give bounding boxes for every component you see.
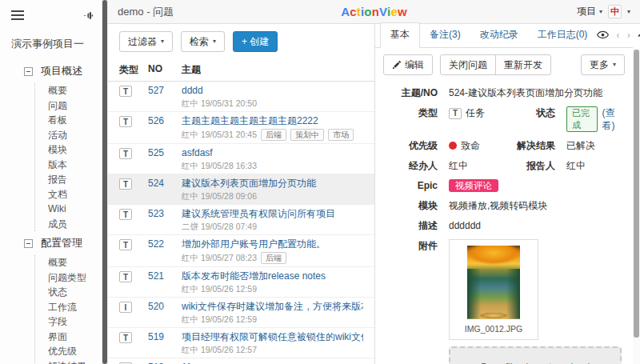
detail-scrollbar[interactable] <box>633 48 640 364</box>
issue-title-link[interactable]: dddd <box>182 85 363 97</box>
issue-meta: 红中 19/05/26 12:59 <box>182 314 363 325</box>
create-button[interactable]: + 创建 <box>233 31 278 52</box>
issue-no-link[interactable]: 519 <box>148 331 182 343</box>
issue-title-link[interactable]: 建议系统管理员有权限访问所有项目 <box>182 208 363 220</box>
tab-comments[interactable]: 备注(3) <box>420 23 470 47</box>
user-avatar[interactable]: 中 <box>608 5 622 18</box>
sidebar-item-overview[interactable]: 概要 <box>35 83 102 98</box>
issue-type-badge: T <box>449 108 462 119</box>
sidebar-item-wiki[interactable]: Wiki <box>35 202 102 217</box>
filter-button[interactable]: 过滤器▾ <box>119 31 173 52</box>
issue-title-link[interactable]: 项目经理有权限可解锁任意被锁住的wiki文件 <box>182 331 363 343</box>
issue-title-link[interactable]: 建议版本列表页面增加分页功能 <box>182 178 363 190</box>
tab-history[interactable]: 改动纪录 <box>470 23 528 47</box>
view-workflow-link[interactable]: (查看) <box>602 106 622 132</box>
issue-title-link[interactable]: wiki文件保存时建议增加备注，方便将来版本查看 <box>182 301 363 313</box>
sidebar-item-reports[interactable]: 报告 <box>35 172 102 187</box>
edit-button[interactable]: 编辑 <box>383 54 433 75</box>
issue-title-link[interactable]: asfdasf <box>182 147 363 159</box>
pencil-icon <box>392 61 401 70</box>
sidebar-item-issue-types[interactable]: 问题类型 <box>35 270 102 286</box>
issue-no-link[interactable]: 520 <box>148 301 182 313</box>
issue-row[interactable]: B 518 11 红中 19/05/25 09:02市场rrrr <box>108 358 374 364</box>
detail-scrollbar-thumb[interactable] <box>634 50 639 338</box>
issue-title-link[interactable]: 版本发布时能否增加release notes <box>182 270 363 282</box>
sidebar-item-modules[interactable]: 模块 <box>35 142 102 158</box>
issue-row[interactable]: T 521 版本发布时能否增加release notes 红中 19/05/26… <box>108 267 374 298</box>
logo-letter: A <box>341 5 350 18</box>
sidebar-item-config-overview[interactable]: 概要 <box>35 255 102 270</box>
issue-row-selected[interactable]: T 524 建议版本列表页面增加分页功能 红中 19/05/28 09:06 <box>108 174 374 205</box>
issue-meta: 红中 19/05/28 16:33 <box>182 161 363 171</box>
issue-row[interactable]: T 523 建议系统管理员有权限访问所有项目 二饼 19/05/28 07:49 <box>108 205 374 235</box>
reporter-label: 报告人 <box>504 159 566 172</box>
issue-row[interactable]: T 526 主题主题主题主题主题主题2222 红中 19/05/31 20:45… <box>108 112 374 144</box>
issue-title-link[interactable]: 主题主题主题主题主题主题2222 <box>182 115 363 127</box>
issue-row[interactable]: T 525 asfdasf 红中 19/05/28 16:33 <box>108 144 374 174</box>
prev-issue-icon[interactable]: ‹ <box>616 30 619 40</box>
sidebar-item-documents[interactable]: 文档 <box>35 187 102 202</box>
issue-row[interactable]: I 520 wiki文件保存时建议增加备注，方便将来版本查看 红中 19/05/… <box>108 298 374 328</box>
column-type: 类型 <box>119 63 148 77</box>
issue-meta: 二饼 19/05/28 07:49 <box>182 222 363 232</box>
section-header-config[interactable]: 配置管理 <box>0 231 102 255</box>
sidebar-item-workflows[interactable]: 工作流 <box>35 300 102 315</box>
sidebar-item-priorities[interactable]: 优先级 <box>35 344 102 359</box>
sidebar-item-states[interactable]: 状态 <box>35 285 102 300</box>
tab-worklog[interactable]: 工作日志(0) <box>528 23 598 47</box>
more-button[interactable]: 更多▾ <box>581 54 625 75</box>
issue-meta: 红中 19/05/28 09:06 <box>182 191 363 202</box>
more-button-label: 更多 <box>590 58 609 72</box>
project-name: 演示事例项目一 <box>0 30 102 59</box>
detail-actions: 编辑 关闭问题 重新开发 更多▾ <box>375 48 633 82</box>
column-no: NO <box>148 63 182 77</box>
issue-meta: 红中 19/05/27 08:23后端 <box>182 252 363 264</box>
issue-type-badge: T <box>119 178 132 190</box>
sidebar-item-screens[interactable]: 界面 <box>35 330 102 345</box>
project-menu[interactable]: 项目▾ <box>577 5 602 18</box>
section-header-project-overview[interactable]: 项目概述 <box>0 59 102 83</box>
issue-row[interactable]: T 527 dddd 红中 19/05/31 20:50 <box>108 82 374 112</box>
issue-no-link[interactable]: 521 <box>148 270 182 282</box>
sidebar-item-members[interactable]: 成员 <box>35 217 102 232</box>
sidebar-item-activity[interactable]: 活动 <box>35 128 102 143</box>
type-label: 类型 <box>386 106 449 119</box>
tab-basic[interactable]: 基本 <box>380 22 420 48</box>
attachment-card[interactable]: IMG_0012.JPG <box>449 239 538 340</box>
watch-eye-icon[interactable] <box>597 30 609 39</box>
issue-type-badge: T <box>119 332 132 343</box>
issue-no-link[interactable]: 527 <box>148 85 182 97</box>
user-menu-caret-icon[interactable]: ▾ <box>627 9 630 15</box>
issue-title-link[interactable]: 增加外部用户账号用户配置功能。 <box>182 238 363 250</box>
issue-no-link[interactable]: 523 <box>148 208 182 220</box>
logo-letter: n <box>372 5 379 18</box>
project-menu-label: 项目 <box>577 5 596 18</box>
sidebar-item-kanban[interactable]: 看板 <box>35 113 102 128</box>
pin-sidebar-icon[interactable] <box>83 10 94 21</box>
close-issue-button[interactable]: 关闭问题 <box>440 54 496 75</box>
issue-no-link[interactable]: 524 <box>148 178 182 190</box>
attachment-thumbnail-image[interactable] <box>467 246 520 319</box>
assignee-value: 红中 <box>449 159 504 172</box>
sidebar-item-resolutions[interactable]: 解决结果 <box>35 359 102 364</box>
menu-toggle-icon[interactable] <box>11 8 24 22</box>
issue-no-link[interactable]: 522 <box>148 238 182 250</box>
label-tag: 市场 <box>328 129 354 141</box>
caret-down-icon: ▾ <box>613 62 616 68</box>
sidebar-item-issues[interactable]: 问题 <box>35 98 102 114</box>
issue-no-link[interactable]: 526 <box>148 115 182 127</box>
issue-row[interactable]: T 519 项目经理有权限可解锁任意被锁住的wiki文件 红中 19/05/26… <box>108 328 374 358</box>
app-root: 演示事例项目一 项目概述 概要 问题 看板 活动 模块 版本 报告 文档 Wik… <box>0 0 640 364</box>
search-button[interactable]: 检索▾ <box>181 31 225 52</box>
sidebar-scrollbar[interactable] <box>102 0 108 364</box>
issue-no-link[interactable]: 525 <box>148 147 182 159</box>
sidebar-scrollbar-thumb[interactable] <box>102 0 107 364</box>
sidebar-section-project-overview: 项目概述 概要 问题 看板 活动 模块 版本 报告 文档 Wiki 成员 <box>0 59 102 231</box>
sidebar-item-fields[interactable]: 字段 <box>35 314 102 330</box>
issue-row[interactable]: T 522 增加外部用户账号用户配置功能。 红中 19/05/27 08:23后… <box>108 235 374 267</box>
reopen-button[interactable]: 重新开发 <box>495 54 551 75</box>
search-button-label: 检索 <box>190 35 209 49</box>
next-issue-icon[interactable]: › <box>627 30 630 40</box>
file-dropzone[interactable]: Drop files here to upload <box>449 346 622 364</box>
sidebar-item-versions[interactable]: 版本 <box>35 158 102 173</box>
